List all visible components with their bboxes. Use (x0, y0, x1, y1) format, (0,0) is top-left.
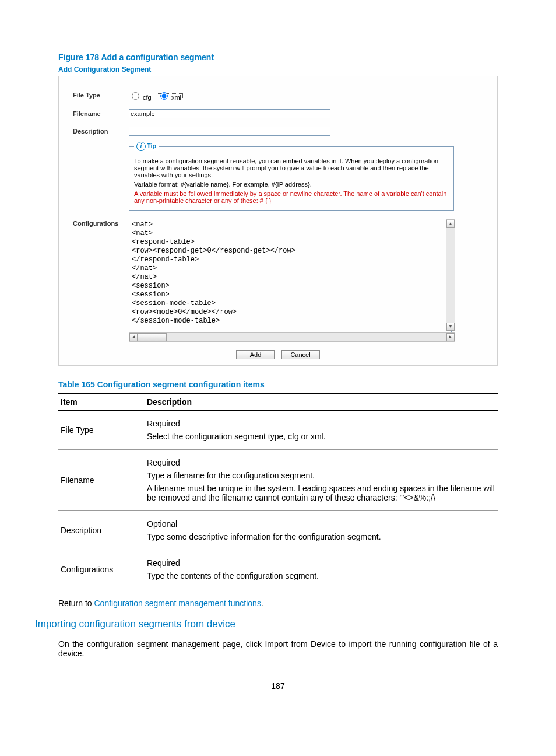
label-description: Description (65, 127, 129, 135)
add-button[interactable]: Add (236, 350, 275, 359)
cell-desc-line: Type some descriptive information for th… (147, 532, 495, 541)
return-suffix: . (261, 598, 263, 608)
cell-desc-line: A filename must be unique in the system.… (147, 484, 495, 502)
page-number: 187 (58, 681, 498, 691)
cell-desc-line: Optional (147, 519, 495, 528)
table-caption: Table 165 Configuration segment configur… (58, 380, 498, 389)
tip-box: iTip To make a configuration segment reu… (129, 146, 454, 211)
th-description: Description (145, 393, 498, 411)
figure-caption: Figure 178 Add a configuration segment (58, 52, 498, 62)
cell-desc-line: Type the contents of the configuration s… (147, 571, 495, 580)
info-icon: i (136, 142, 146, 151)
label-file-type: File Type (65, 90, 129, 99)
return-prefix: Return to (58, 598, 94, 608)
scroll-thumb[interactable] (138, 333, 167, 341)
body-text-bold: Import from Device (265, 639, 335, 649)
panel-title: Add Configuration Segment (58, 65, 498, 74)
radio-xml[interactable]: xml (156, 93, 183, 102)
th-item: Item (58, 393, 145, 411)
tip-p3: A variable must be followed immediately … (134, 190, 449, 204)
description-input[interactable] (129, 127, 330, 136)
table-row: Description Optional Type some descripti… (58, 511, 498, 550)
cell-desc-line: Select the configuration segment type, c… (147, 432, 495, 441)
table-row: File Type Required Select the configurat… (58, 411, 498, 450)
tip-legend: iTip (134, 142, 159, 151)
scroll-up-icon[interactable]: ▲ (446, 220, 455, 228)
cell-item: Description (58, 511, 145, 550)
configurations-textarea[interactable]: <nat> <nat> <respond-table> <row><respon… (129, 219, 452, 333)
label-filename: Filename (65, 109, 129, 117)
scroll-left-icon[interactable]: ◄ (129, 333, 138, 341)
tip-p2: Variable format: #{variable name}. For e… (134, 181, 449, 188)
body-text-a: On the configuration segment management … (58, 639, 265, 649)
tip-p1: To make a configuration segment reusable… (134, 158, 449, 178)
radio-cfg-label: cfg (143, 94, 152, 101)
cell-desc-line: Required (147, 558, 495, 568)
horizontal-scrollbar[interactable]: ◄ ► (129, 332, 455, 342)
scroll-right-icon[interactable]: ► (446, 333, 455, 341)
radio-xml-label: xml (171, 94, 181, 101)
cell-desc-line: Required (147, 458, 495, 467)
section-heading: Importing configuration segments from de… (35, 618, 498, 630)
cell-desc-line: Required (147, 419, 495, 428)
radio-cfg[interactable]: cfg (129, 94, 152, 101)
cell-item: File Type (58, 411, 145, 450)
cell-desc-line: Type a filename for the configuration se… (147, 471, 495, 480)
label-configurations: Configurations (65, 219, 129, 227)
config-panel: File Type cfg xml Filename Description (58, 76, 498, 366)
vertical-scrollbar[interactable]: ▲ ▼ (446, 219, 455, 331)
table-row: Filename Required Type a filename for th… (58, 450, 498, 511)
filename-input[interactable] (129, 109, 330, 118)
scroll-down-icon[interactable]: ▼ (446, 323, 455, 331)
cancel-button[interactable]: Cancel (281, 350, 320, 359)
cell-item: Filename (58, 450, 145, 511)
config-items-table: Item Description File Type Required Sele… (58, 393, 498, 589)
return-link[interactable]: Configuration segment management functio… (94, 598, 261, 608)
tip-legend-text: Tip (147, 142, 156, 149)
section-body: On the configuration segment management … (58, 639, 498, 658)
return-line: Return to Configuration segment manageme… (58, 598, 498, 608)
cell-item: Configurations (58, 550, 145, 589)
table-row: Configurations Required Type the content… (58, 550, 498, 589)
